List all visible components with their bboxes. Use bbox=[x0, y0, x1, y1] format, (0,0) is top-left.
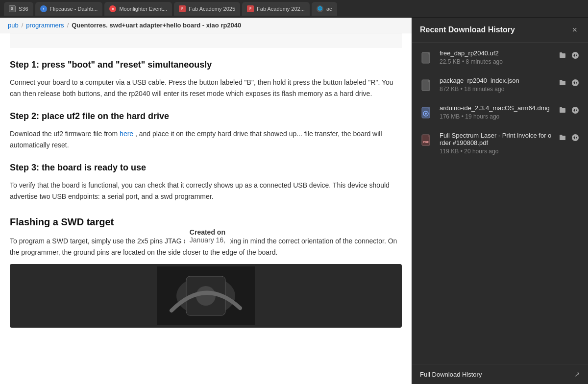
step3-heading: Step 3: the board is ready to use bbox=[10, 161, 402, 175]
download-item[interactable]: free_dap_rp2040.uf2 22.5 KB • 8 minutes … bbox=[412, 45, 588, 72]
download-filename-3: arduino-ide_2.3.4_macOS_arm64.dmg bbox=[440, 104, 552, 112]
breadcrumb-current: Quentorres. swd+uart adapter+hello board… bbox=[72, 22, 241, 29]
download-panel-header: Recent Download History × bbox=[412, 18, 588, 43]
breadcrumb-sep-1: / bbox=[22, 22, 24, 29]
tab-s36[interactable]: S S36 bbox=[4, 2, 33, 16]
file-icon-1 bbox=[420, 50, 434, 67]
download-item[interactable]: PDF Full Spectrum Laser - Print invoice … bbox=[412, 127, 588, 160]
download-meta-4: 119 KB • 20 hours ago bbox=[440, 148, 552, 155]
download-item[interactable]: arduino-ide_2.3.4_macOS_arm64.dmg 176 MB… bbox=[412, 99, 588, 127]
tab-label-s36: S36 bbox=[19, 6, 28, 12]
file-icon-2 bbox=[420, 78, 434, 95]
open-file-button-1[interactable] bbox=[570, 50, 580, 60]
breadcrumb: pub / programmers / Quentorres. swd+uart… bbox=[0, 18, 412, 33]
tab-moonlighter[interactable]: e Moonlighter Event... bbox=[104, 2, 172, 16]
created-on-section: Created on January 16, bbox=[185, 223, 230, 249]
tab-favicon-ac: 🌐 bbox=[317, 5, 323, 12]
svg-point-5 bbox=[196, 286, 216, 306]
tab-flipcause[interactable]: f Flipcause - Dashb... bbox=[35, 2, 103, 16]
browser-chrome: S S36 f Flipcause - Dashb... e Moonlight… bbox=[0, 0, 588, 18]
step3-paragraph: To verify that the board is functional, … bbox=[10, 180, 402, 202]
show-in-folder-button-2[interactable] bbox=[558, 78, 567, 88]
file-icon-4: PDF bbox=[420, 133, 434, 149]
created-on-date: January 16, bbox=[190, 236, 225, 244]
download-info-3: arduino-ide_2.3.4_macOS_arm64.dmg 176 MB… bbox=[440, 104, 552, 120]
show-in-folder-button-3[interactable] bbox=[558, 105, 567, 115]
svg-rect-9 bbox=[428, 80, 430, 82]
article-image-inner bbox=[10, 264, 402, 328]
image-placeholder-svg bbox=[157, 266, 255, 325]
tab-fab202x[interactable]: F Fab Academy 202... bbox=[242, 2, 310, 16]
download-panel-footer: Full Download History ↗ bbox=[412, 364, 588, 384]
download-meta-1: 22.5 KB • 8 minutes ago bbox=[440, 58, 552, 65]
close-download-panel-button[interactable]: × bbox=[569, 24, 580, 35]
download-filename-1: free_dap_rp2040.uf2 bbox=[440, 49, 552, 57]
download-panel-title: Recent Download History bbox=[420, 25, 515, 34]
download-meta-3: 176 MB • 19 hours ago bbox=[440, 113, 552, 120]
open-file-button-2[interactable] bbox=[570, 78, 580, 88]
svg-point-13 bbox=[425, 113, 427, 115]
download-info-4: Full Spectrum Laser - Print invoice for … bbox=[440, 132, 552, 155]
step1-paragraph: Connect your board to a computer via a U… bbox=[10, 77, 402, 99]
tab-favicon-fab202x: F bbox=[247, 5, 254, 12]
tab-label-ac: ac bbox=[326, 6, 332, 12]
external-link-icon: ↗ bbox=[574, 370, 580, 378]
article-top-bar-placeholder bbox=[10, 33, 402, 48]
breadcrumb-sep-2: / bbox=[67, 22, 69, 29]
step2-here-link[interactable]: here bbox=[120, 130, 133, 138]
download-filename-4: Full Spectrum Laser - Print invoice for … bbox=[440, 132, 552, 146]
tab-favicon-flipcause: f bbox=[40, 5, 47, 12]
tab-label-moonlighter: Moonlighter Event... bbox=[119, 6, 167, 12]
download-info-2: package_rp2040_index.json 872 KB • 18 mi… bbox=[440, 77, 552, 93]
download-actions-1 bbox=[558, 49, 580, 60]
page-content: pub / programmers / Quentorres. swd+uart… bbox=[0, 18, 412, 384]
svg-rect-15 bbox=[428, 135, 430, 137]
svg-rect-11 bbox=[428, 107, 430, 109]
file-icon-3 bbox=[420, 105, 434, 122]
download-panel: Recent Download History × free_dap_rp204… bbox=[412, 18, 588, 384]
breadcrumb-programmers[interactable]: programmers bbox=[26, 22, 64, 29]
download-list: free_dap_rp2040.uf2 22.5 KB • 8 minutes … bbox=[412, 43, 588, 364]
tab-favicon-moonlighter: e bbox=[109, 5, 116, 12]
open-file-button-4[interactable] bbox=[570, 133, 580, 143]
download-actions-3 bbox=[558, 104, 580, 115]
main-layout: pub / programmers / Quentorres. swd+uart… bbox=[0, 18, 588, 384]
tab-favicon-fab25: F bbox=[179, 5, 186, 12]
tab-label-fab2025: Fab Academy 2025 bbox=[189, 6, 235, 12]
step1-heading: Step 1: press "boot" and "reset" simulta… bbox=[10, 58, 402, 72]
download-filename-2: package_rp2040_index.json bbox=[440, 77, 552, 84]
tab-favicon-s36: S bbox=[9, 5, 16, 12]
svg-text:f: f bbox=[43, 7, 44, 11]
full-download-history-link[interactable]: Full Download History bbox=[420, 371, 482, 378]
step2-paragraph: Download the uf2 firmware file from here… bbox=[10, 128, 402, 151]
show-in-folder-button-1[interactable] bbox=[558, 50, 567, 60]
tab-label-fab202x: Fab Academy 202... bbox=[257, 6, 305, 12]
download-meta-2: 872 KB • 18 minutes ago bbox=[440, 86, 552, 93]
article-body: Step 1: press "boot" and "reset" simulta… bbox=[0, 33, 412, 337]
step2-text-before: Download the uf2 firmware file from bbox=[10, 130, 118, 138]
breadcrumb-pub[interactable]: pub bbox=[8, 22, 19, 29]
show-in-folder-button-4[interactable] bbox=[558, 133, 567, 143]
download-actions-2 bbox=[558, 77, 580, 88]
download-item[interactable]: package_rp2040_index.json 872 KB • 18 mi… bbox=[412, 72, 588, 99]
tab-label-flipcause: Flipcause - Dashb... bbox=[50, 6, 98, 12]
svg-text:PDF: PDF bbox=[423, 141, 429, 144]
step2-heading: Step 2: place uf2 file on the hard drive bbox=[10, 109, 402, 123]
open-file-button-3[interactable] bbox=[570, 105, 580, 115]
download-actions-4 bbox=[558, 132, 580, 143]
created-on-label: Created on bbox=[190, 228, 225, 236]
tab-ac[interactable]: 🌐 ac bbox=[312, 2, 337, 16]
svg-rect-7 bbox=[428, 52, 430, 54]
article-image bbox=[10, 264, 402, 328]
download-info-1: free_dap_rp2040.uf2 22.5 KB • 8 minutes … bbox=[440, 49, 552, 65]
tab-fab2025[interactable]: F Fab Academy 2025 bbox=[174, 2, 240, 16]
